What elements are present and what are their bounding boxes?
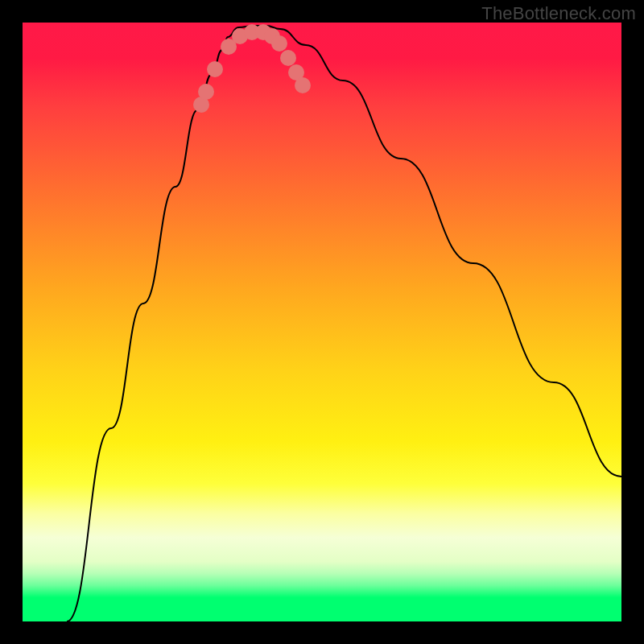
watermark-text: TheBottleneck.com [481,3,636,24]
chart-svg [23,23,621,621]
plot-area [23,23,621,621]
curve-marker [198,84,214,100]
chart-frame: TheBottleneck.com [0,0,644,644]
curve-marker [207,61,223,77]
curve-marker [271,35,287,52]
curve-marker [280,50,296,66]
curve-marker [295,77,311,93]
bottleneck-curve [67,26,621,621]
